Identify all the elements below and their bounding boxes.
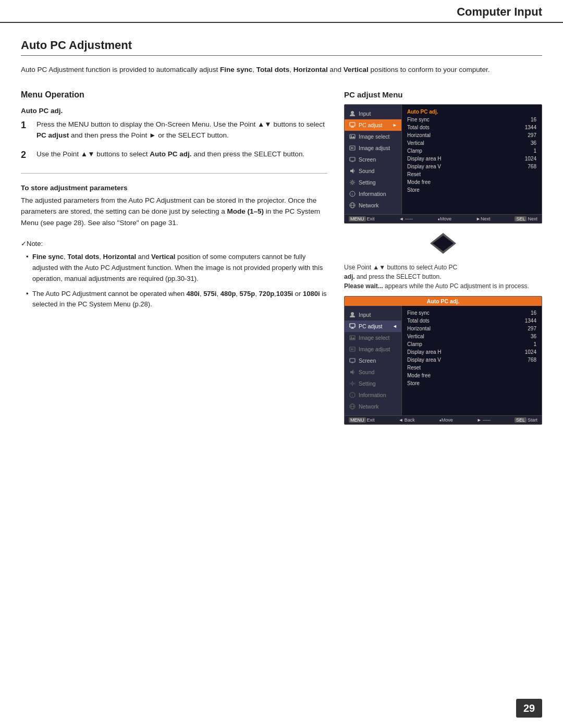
menu-row-clamp: Clamp 1 bbox=[407, 147, 536, 155]
total-dots-label: Total dots bbox=[407, 125, 430, 130]
step-2-number: 2 bbox=[21, 147, 31, 163]
m2-vertical-label: Vertical bbox=[407, 334, 424, 339]
step-2: 2 Use the Point ▲▼ buttons to select Aut… bbox=[21, 149, 327, 163]
menu-content-2: Fine sync 16 Total dots 1344 Horizontal … bbox=[402, 306, 542, 415]
menu2-input-label: Input bbox=[359, 312, 371, 318]
menu-item-network: Network bbox=[345, 200, 401, 211]
footer-next-2: ► ----- bbox=[477, 417, 491, 423]
menu2-item-pc-adjust: PC adjust ◄ bbox=[345, 320, 401, 332]
menu2-row-total-dots: Total dots 1344 bbox=[407, 317, 536, 325]
vertical-label: Vertical bbox=[407, 140, 424, 146]
footer-select-1: SELNext bbox=[515, 216, 537, 221]
svg-marker-11 bbox=[350, 168, 353, 174]
page-number: 29 bbox=[516, 699, 542, 718]
auto-pc-row-label: Auto PC adj. bbox=[407, 109, 438, 115]
user-icon bbox=[349, 110, 356, 117]
clamp-label: Clamp bbox=[407, 148, 422, 154]
menu2-network-label: Network bbox=[359, 403, 379, 410]
side-note-2: adj. and press the SELECT button. bbox=[344, 273, 442, 280]
svg-point-5 bbox=[351, 135, 352, 136]
pc-adjust-menu-title: PC adjust Menu bbox=[344, 90, 542, 99]
footer-move-1: ⬧Move bbox=[437, 216, 451, 221]
svg-point-0 bbox=[351, 111, 354, 114]
note-section: ✓Note: Fine sync, Total dots, Horizontal… bbox=[21, 239, 327, 310]
menu-screenshot-2: Auto PC adj. Input bbox=[344, 296, 542, 425]
side-note-1: Use Point ▲▼ buttons to select Auto PC bbox=[344, 264, 457, 271]
note-1: Fine sync, Total dots, Horizontal and Ve… bbox=[26, 252, 327, 284]
menu2-row-store: Store bbox=[407, 379, 536, 387]
svg-point-8 bbox=[351, 147, 353, 149]
network-icon-2 bbox=[349, 403, 356, 410]
m2-display-h-value: 1024 bbox=[525, 349, 536, 355]
section-title: Auto PC Adjustment bbox=[21, 39, 542, 56]
menu-item-image-select-label: Image select bbox=[359, 133, 390, 140]
menu2-row-mode-free: Mode free bbox=[407, 372, 536, 379]
menu2-row-display-v: Display area V 768 bbox=[407, 356, 536, 364]
screen-icon bbox=[349, 156, 356, 163]
divider bbox=[21, 173, 327, 174]
menu2-pc-adjust-label: PC adjust bbox=[359, 323, 383, 329]
side-note-block: Use Point ▲▼ buttons to select Auto PC a… bbox=[344, 263, 542, 291]
menu2-item-image-adjust: Image adjust bbox=[345, 343, 401, 355]
setting-icon bbox=[349, 179, 356, 186]
menu-row-total-dots: Total dots 1344 bbox=[407, 124, 536, 131]
menu-content-1: Auto PC adj. Fine sync 16 Total dots 134… bbox=[402, 105, 542, 214]
menu-item-sound: Sound bbox=[345, 165, 401, 177]
auto-pc-adj-label: Auto PC adj. bbox=[21, 107, 327, 115]
menu2-item-setting: Setting bbox=[345, 378, 401, 389]
sound-icon bbox=[349, 167, 356, 175]
m2-store-label: Store bbox=[407, 380, 420, 386]
menu-sidebar-1: Input PC adjust ► bbox=[345, 105, 402, 214]
clamp-value: 1 bbox=[533, 148, 536, 154]
menu-item-sound-label: Sound bbox=[359, 168, 374, 174]
svg-rect-1 bbox=[350, 122, 355, 126]
svg-marker-19 bbox=[433, 236, 454, 251]
menu2-image-adjust-label: Image adjust bbox=[359, 346, 390, 352]
menu2-item-information: i Information bbox=[345, 389, 401, 401]
m2-vertical-value: 36 bbox=[531, 334, 536, 339]
m2-fine-sync-label: Fine sync bbox=[407, 310, 430, 316]
notes-list: Fine sync, Total dots, Horizontal and Ve… bbox=[21, 252, 327, 310]
display-h-value: 1024 bbox=[525, 156, 536, 162]
menu-item-image-adjust-label: Image adjust bbox=[359, 145, 390, 151]
store-label: Store bbox=[407, 187, 420, 193]
two-column-layout: Menu Operation Auto PC adj. 1 Press the … bbox=[21, 90, 542, 434]
footer-select-2: SELStart bbox=[515, 417, 537, 423]
menu-operation-title: Menu Operation bbox=[21, 90, 327, 100]
menu-inner-2: Input PC adjust ◄ bbox=[345, 306, 542, 415]
step-1: 1 Press the MENU button to display the O… bbox=[21, 119, 327, 141]
menu2-screen-label: Screen bbox=[359, 357, 376, 364]
menu-item-setting-label: Setting bbox=[359, 179, 376, 186]
pc-icon bbox=[349, 121, 356, 129]
menu2-information-label: Information bbox=[359, 392, 386, 398]
footer-move-2: ⬧Move bbox=[439, 417, 453, 423]
display-v-value: 768 bbox=[528, 164, 536, 169]
image-adjust-icon bbox=[349, 144, 356, 152]
m2-total-dots-value: 1344 bbox=[525, 318, 536, 324]
sound-icon-2 bbox=[349, 368, 356, 376]
down-arrow bbox=[344, 233, 542, 257]
footer-exit-1: MENUExit bbox=[349, 216, 375, 221]
menu-row-mode-free: Mode free bbox=[407, 178, 536, 186]
menu-item-pc-adjust-label: PC adjust bbox=[359, 122, 383, 128]
step-1-text: Press the MENU button to display the On-… bbox=[36, 119, 327, 141]
menu2-image-select-label: Image select bbox=[359, 335, 390, 341]
m2-clamp-value: 1 bbox=[533, 341, 536, 347]
step-1-number: 1 bbox=[21, 118, 31, 141]
setting-icon-2 bbox=[349, 380, 356, 387]
horizontal-label: Horizontal bbox=[407, 132, 431, 138]
pc-icon-2 bbox=[349, 323, 356, 330]
step-2-text: Use the Point ▲▼ buttons to select Auto … bbox=[36, 149, 304, 163]
menu-item-image-adjust: Image adjust bbox=[345, 142, 401, 154]
footer-back-2: ◄ Back bbox=[398, 417, 414, 423]
menu2-item-network: Network bbox=[345, 401, 401, 412]
pc-adjust-arrow-2: ◄ bbox=[393, 324, 397, 329]
image-select-icon-2 bbox=[349, 334, 356, 341]
main-content: Auto PC Adjustment Auto PC Adjustment fu… bbox=[0, 23, 563, 455]
svg-marker-31 bbox=[350, 369, 353, 375]
pc-adjust-arrow: ► bbox=[393, 122, 397, 128]
m2-horizontal-value: 297 bbox=[528, 326, 536, 331]
menu2-item-sound: Sound bbox=[345, 366, 401, 378]
menu2-row-fine-sync: Fine sync 16 bbox=[407, 309, 536, 317]
footer-exit-2: MENUExit bbox=[349, 417, 375, 423]
